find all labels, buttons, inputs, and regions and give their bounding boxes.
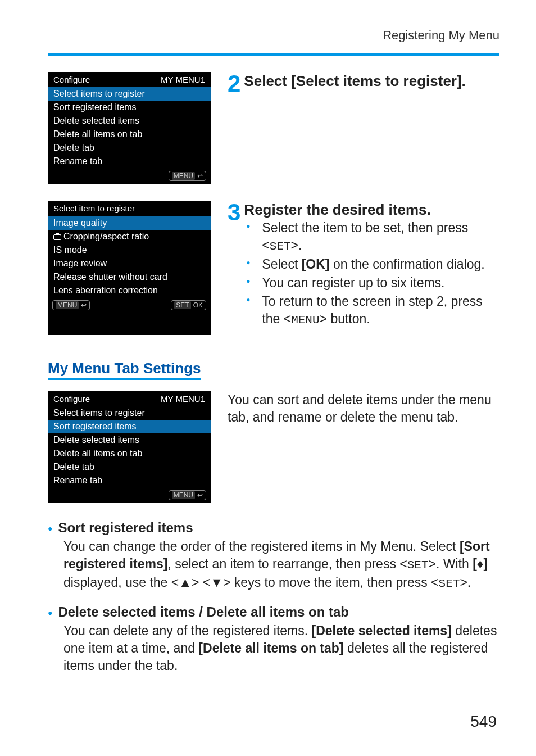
camera-screen-configure-1: Configure MY MENU1 Select items to regis… (48, 72, 211, 184)
step3-bullet: Select [OK] on the confirmation dialog. (246, 256, 499, 273)
screen-title: Select item to register (53, 203, 135, 213)
screen-title-left: Configure (53, 394, 90, 404)
page-number: 549 (470, 713, 497, 731)
menu-item[interactable]: Cropping/aspect ratio (48, 230, 211, 243)
screen-title-right: MY MENU1 (161, 75, 205, 84)
step-number-2: 2 (228, 72, 240, 96)
menu-item[interactable]: Delete tab (48, 460, 211, 474)
menu-back-indicator: MENU↩ (52, 300, 90, 310)
screen-title-right: MY MENU1 (161, 394, 205, 404)
menu-back-indicator: MENU↩ (169, 171, 206, 181)
subheading-delete: Delete selected items / Delete all items… (48, 604, 499, 620)
sort-paragraph: You can change the order of the register… (48, 538, 499, 592)
step-number-3: 3 (228, 201, 240, 224)
menu-back-indicator: MENU↩ (169, 490, 206, 500)
set-ok-indicator: SETOK (171, 300, 206, 310)
camera-screen-configure-2: Configure MY MENU1 Select items to regis… (48, 391, 211, 503)
step3-bullet: Select the item to be set, then press <S… (246, 219, 499, 255)
menu-item[interactable]: Image review (48, 257, 211, 270)
menu-item[interactable]: Image quality (48, 216, 211, 230)
menu-item[interactable]: IS mode (48, 243, 211, 257)
menu-item[interactable]: Delete selected items (48, 433, 211, 447)
section-heading: My Menu Tab Settings (48, 360, 201, 380)
menu-item[interactable]: Select items to register (48, 406, 211, 420)
screen-title-left: Configure (53, 75, 90, 84)
menu-item[interactable]: Rename tab (48, 155, 211, 168)
menu-item[interactable]: Delete all items on tab (48, 128, 211, 141)
menu-item[interactable]: Select items to register (48, 87, 211, 101)
menu-item[interactable]: Sort registered items (48, 101, 211, 114)
delete-paragraph: You can delete any of the registered ite… (48, 622, 499, 674)
menu-item[interactable]: Delete tab (48, 141, 211, 155)
menu-item[interactable]: Sort registered items (48, 420, 211, 433)
step-title-2: Select [Select items to register]. (244, 72, 465, 90)
accent-bar (48, 53, 499, 56)
menu-item[interactable]: Release shutter without card (48, 270, 211, 284)
menu-item[interactable]: Rename tab (48, 474, 211, 487)
section-paragraph: You can sort and delete items under the … (228, 391, 499, 426)
camera-screen-select-item: Select item to register Image quality Cr… (48, 201, 211, 335)
step3-bullet: To return to the screen in step 2, press… (246, 293, 499, 328)
menu-item[interactable]: Lens aberration correction (48, 284, 211, 297)
step-title-3: Register the desired items. (244, 201, 499, 219)
step3-bullet: You can register up to six items. (246, 274, 499, 292)
subheading-sort: Sort registered items (48, 520, 499, 536)
menu-item[interactable]: Delete selected items (48, 114, 211, 128)
camera-icon (53, 234, 61, 240)
menu-item[interactable]: Delete all items on tab (48, 447, 211, 460)
breadcrumb: Registering My Menu (48, 28, 499, 43)
